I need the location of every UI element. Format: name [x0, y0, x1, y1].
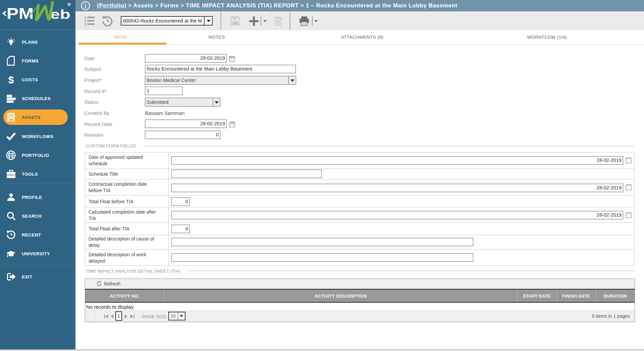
svg-text:$: $ — [8, 74, 14, 85]
svg-text:PM: PM — [7, 5, 34, 22]
svg-text:3: 3 — [84, 23, 86, 27]
svg-text:eb: eb — [50, 7, 70, 21]
svg-text:R: R — [68, 3, 70, 6]
